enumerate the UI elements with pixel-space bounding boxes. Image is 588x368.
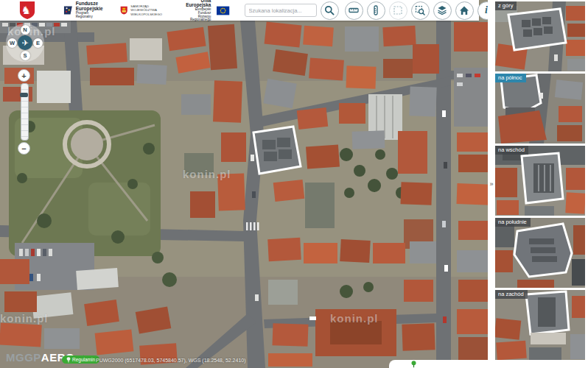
wielkopolska-crest: SAMORZĄD WOJEWÓDZTWA WIELKOPOLSKIEGO <box>120 4 165 17</box>
pan-south-button[interactable]: S <box>21 51 30 60</box>
wlkp-line2: WIELKOPOLSKIEGO <box>130 13 164 17</box>
compass-control: N W E S ✈ <box>6 24 44 62</box>
view-label-north: na północ <box>495 74 526 82</box>
home-button[interactable] <box>455 1 474 20</box>
pan-north-button[interactable]: N <box>21 25 30 35</box>
leaf-icon <box>66 357 71 363</box>
magnifier-rectangle-icon <box>415 5 425 15</box>
ruler-icon <box>349 5 359 15</box>
measure-distance-button[interactable] <box>345 1 363 20</box>
compass-center-button[interactable]: ✈ <box>18 35 32 50</box>
view-label-west: na zachód <box>495 290 528 299</box>
top-toolbar: ♞ Fundusze Europejskie Program Regionaln… <box>0 0 479 21</box>
layers-button[interactable] <box>433 1 452 20</box>
zoom-to-area-button[interactable] <box>411 1 430 20</box>
konin-coat-of-arms: ♞ <box>19 1 35 20</box>
airplane-icon: ✈ <box>21 38 28 48</box>
panel-collapse-button[interactable]: » <box>489 175 494 194</box>
ue-line3: Rozwoju Regionalnego <box>183 15 211 23</box>
fe-flag-icon <box>63 5 73 15</box>
search-input[interactable] <box>245 4 317 17</box>
vertical-ruler-icon <box>371 5 381 15</box>
zoom-control: + − <box>18 69 31 155</box>
terms-badge[interactable]: Regulamin <box>62 355 99 364</box>
tree-icon <box>410 361 417 368</box>
dashed-rectangle-icon <box>393 5 403 15</box>
view-thumbnail-west[interactable]: na zachód <box>495 290 585 360</box>
wlkp-line1: SAMORZĄD WOJEWÓDZTWA <box>130 4 164 13</box>
svg-text:♞: ♞ <box>21 4 31 16</box>
measure-height-button[interactable] <box>367 1 385 20</box>
unia-europejska-logo: Unia Europejska Europejski Fundusz Rozwo… <box>183 0 230 22</box>
layers-icon <box>437 5 447 15</box>
view-thumbnail-north[interactable]: na północ <box>495 74 585 144</box>
view-label-south: na południe <box>495 218 531 227</box>
fundusze-europejskie-logo: Fundusze Europejskie Program Regionalny <box>63 1 104 18</box>
view-thumbnail-top[interactable]: z góry <box>495 1 585 71</box>
zoom-slider-track[interactable] <box>21 83 29 141</box>
select-area-button[interactable] <box>389 1 407 20</box>
bottom-panel-handle[interactable] <box>389 360 495 368</box>
terms-label: Regulamin <box>72 357 95 362</box>
zoom-slider-handle[interactable] <box>20 93 28 97</box>
zoom-in-button[interactable]: + <box>18 69 30 82</box>
pan-east-button[interactable]: E <box>33 38 43 48</box>
pan-west-button[interactable]: W <box>7 38 17 48</box>
home-icon <box>459 5 469 15</box>
fe-line3: Program Regionalny <box>76 12 104 19</box>
view-label-top: z góry <box>495 1 517 10</box>
view-label-east: na wschód <box>495 146 528 155</box>
brand-mggp: MGGP <box>6 351 41 364</box>
view-thumbnail-south[interactable]: na południe <box>495 218 585 288</box>
search-icon <box>324 5 335 15</box>
view-thumbnail-east[interactable]: na wschód <box>495 146 585 216</box>
search-button[interactable] <box>321 1 339 20</box>
zoom-out-button[interactable]: − <box>18 142 30 155</box>
oblique-views-panel: » z góry <box>488 0 588 368</box>
coordinates-readout: PUWG2000 (6517478.03, 5745840.57), WGS (… <box>96 358 246 363</box>
eu-flag-icon <box>217 5 229 16</box>
